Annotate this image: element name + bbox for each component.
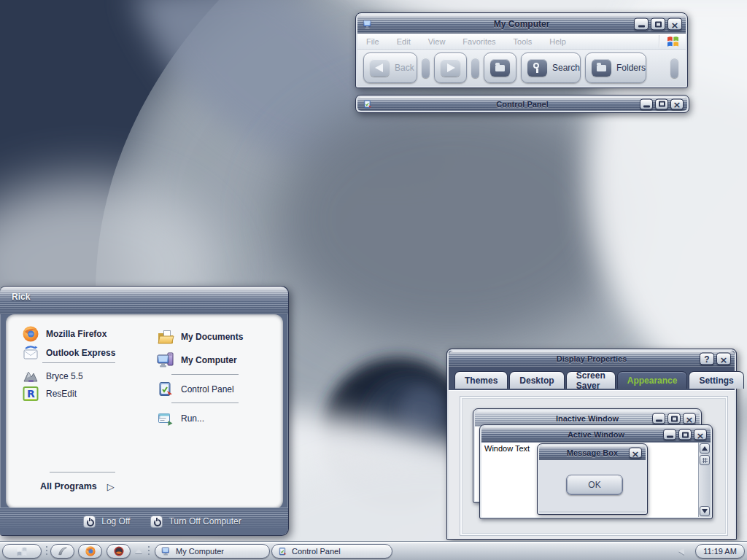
control-panel-titlebar[interactable]: Control Panel bbox=[357, 97, 687, 111]
tab-settings[interactable]: Settings bbox=[689, 371, 743, 389]
all-programs-label: All Programs bbox=[40, 481, 97, 491]
folders-label: Folders bbox=[616, 63, 646, 73]
user-name: Rick bbox=[12, 292, 30, 302]
my-computer-titlebar[interactable]: My Computer bbox=[357, 15, 686, 34]
start-menu: Rick Mozilla Firefox Outlook Express Bry… bbox=[0, 286, 289, 536]
tray-collapse-icon[interactable] bbox=[678, 548, 684, 555]
outlook-express-icon bbox=[22, 344, 39, 362]
quick-launch-red-app[interactable] bbox=[107, 544, 131, 559]
toolbar-grip[interactable] bbox=[45, 546, 47, 557]
tab-appearance[interactable]: Appearance bbox=[617, 371, 688, 389]
show-desktop-icon bbox=[57, 545, 69, 557]
desktop[interactable]: My Computer File Edit View Favorites Too… bbox=[0, 0, 747, 560]
menu-tools[interactable]: Tools bbox=[514, 37, 533, 46]
my-computer-icon bbox=[161, 546, 171, 556]
minimize-icon bbox=[638, 26, 645, 28]
taskbar-button-my-computer[interactable]: My Computer bbox=[155, 544, 270, 559]
close-icon bbox=[673, 98, 681, 111]
help-button[interactable]: ? bbox=[700, 353, 714, 365]
taskbar-clock[interactable]: 11:19 AM bbox=[695, 544, 745, 559]
toolbar-grip[interactable] bbox=[147, 546, 150, 557]
dialog-title: Display Properties bbox=[449, 354, 735, 363]
toolbar-grip bbox=[670, 58, 678, 78]
start-item-label: ResEdit bbox=[46, 389, 77, 399]
start-menu-body: Mozilla Firefox Outlook Express Bryce 5.… bbox=[6, 314, 283, 509]
menu-file[interactable]: File bbox=[366, 37, 379, 46]
scroll-up-icon bbox=[700, 443, 710, 454]
start-button[interactable] bbox=[2, 544, 42, 559]
menu-bar: File Edit View Favorites Tools Help bbox=[357, 34, 686, 50]
taskbar: My Computer Control Panel 11:19 AM bbox=[0, 541, 747, 560]
quick-launch-chevron-icon[interactable] bbox=[135, 548, 142, 553]
preview-message-box-titlebar: Message Box bbox=[539, 446, 646, 460]
all-programs-button[interactable]: All Programs bbox=[40, 480, 115, 493]
quick-launch-show-desktop[interactable] bbox=[50, 544, 74, 559]
quick-launch-firefox[interactable] bbox=[78, 544, 102, 559]
scroll-down-icon bbox=[700, 506, 710, 516]
maximize-button bbox=[678, 429, 692, 440]
my-computer-window: My Computer File Edit View Favorites Too… bbox=[355, 12, 688, 88]
start-item-mozilla-firefox[interactable]: Mozilla Firefox bbox=[22, 324, 150, 343]
close-icon bbox=[720, 352, 728, 365]
start-item-label: Mozilla Firefox bbox=[46, 329, 107, 339]
tab-themes[interactable]: Themes bbox=[454, 371, 508, 389]
close-button bbox=[629, 448, 642, 459]
power-icon bbox=[150, 516, 163, 528]
close-button bbox=[683, 413, 696, 424]
tab-screen-saver[interactable]: Screen Saver bbox=[566, 371, 616, 389]
folders-button[interactable]: Folders bbox=[585, 52, 646, 83]
run-icon bbox=[157, 410, 174, 427]
preview-message-box: Message Box OK bbox=[537, 443, 648, 515]
start-item-outlook-express[interactable]: Outlook Express bbox=[22, 343, 150, 362]
turn-off-computer-button[interactable]: Turn Off Computer bbox=[150, 516, 241, 528]
start-item-label: Outlook Express bbox=[46, 348, 115, 358]
close-button[interactable] bbox=[670, 98, 684, 109]
start-item-control-panel[interactable]: Control Panel bbox=[157, 380, 285, 399]
close-button[interactable] bbox=[716, 353, 731, 365]
search-button[interactable]: Search bbox=[521, 52, 581, 83]
start-item-my-documents[interactable]: My Documents bbox=[157, 327, 285, 346]
log-off-button[interactable]: Log Off bbox=[83, 516, 130, 528]
minimize-button[interactable] bbox=[640, 98, 653, 109]
svg-text:R: R bbox=[27, 388, 35, 400]
close-icon bbox=[671, 18, 679, 31]
start-item-label: My Documents bbox=[181, 332, 243, 342]
start-item-run[interactable]: Run... bbox=[157, 409, 285, 428]
up-button[interactable] bbox=[484, 52, 516, 83]
menu-view[interactable]: View bbox=[428, 37, 446, 46]
menu-help[interactable]: Help bbox=[549, 37, 566, 46]
close-button[interactable] bbox=[667, 18, 682, 31]
back-button[interactable]: Back bbox=[363, 52, 417, 83]
maximize-button[interactable] bbox=[655, 98, 668, 109]
start-menu-separator bbox=[42, 362, 115, 363]
forward-button[interactable] bbox=[434, 52, 467, 83]
preview-scrollbar bbox=[698, 443, 711, 517]
toolbar: Back Search Folders bbox=[357, 50, 686, 86]
help-icon: ? bbox=[704, 354, 709, 363]
minimize-button[interactable] bbox=[634, 18, 649, 31]
arrow-right-icon bbox=[107, 480, 115, 493]
menu-favorites[interactable]: Favorites bbox=[462, 37, 495, 46]
control-panel-icon bbox=[278, 547, 287, 556]
start-item-resedit[interactable]: R ResEdit bbox=[22, 384, 150, 403]
start-item-my-computer[interactable]: My Computer bbox=[157, 351, 285, 370]
display-properties-dialog: Display Properties ? Themes Desktop Scre… bbox=[446, 349, 737, 540]
bryce-icon bbox=[22, 368, 39, 385]
my-computer-icon bbox=[157, 351, 174, 369]
menu-edit[interactable]: Edit bbox=[397, 37, 411, 46]
firefox-icon bbox=[22, 325, 39, 343]
display-properties-titlebar[interactable]: Display Properties ? bbox=[449, 351, 735, 367]
taskbar-button-label: Control Panel bbox=[292, 547, 341, 556]
minimize-button bbox=[663, 429, 676, 440]
taskbar-button-control-panel[interactable]: Control Panel bbox=[271, 544, 392, 559]
preview-active-titlebar: Active Window bbox=[481, 427, 711, 443]
preview-window-text: Window Text bbox=[484, 444, 530, 453]
start-item-label: Control Panel bbox=[181, 384, 234, 394]
forward-icon bbox=[441, 59, 460, 77]
start-menu-separator bbox=[171, 374, 239, 375]
maximize-button[interactable] bbox=[651, 18, 665, 31]
windows-logo-silver-icon bbox=[12, 545, 31, 558]
start-menu-header: Rick bbox=[0, 287, 288, 314]
start-item-bryce[interactable]: Bryce 5.5 bbox=[22, 367, 150, 386]
tab-desktop[interactable]: Desktop bbox=[509, 371, 564, 389]
